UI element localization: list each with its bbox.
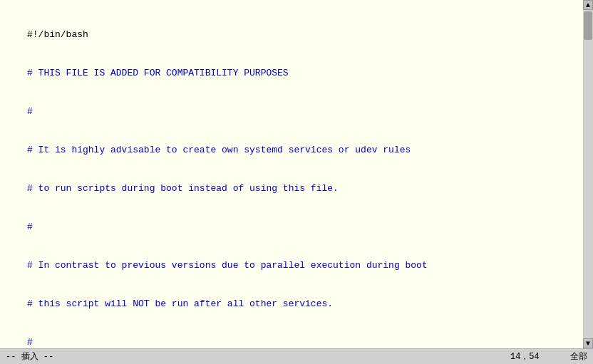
code-line-8: # this script will NOT be run after all … bbox=[27, 298, 577, 311]
code-line-4: # It is highly advisable to create own s… bbox=[27, 144, 577, 157]
cursor-position: 14，54 bbox=[510, 352, 540, 362]
code-line-1: #!/bin/bash bbox=[27, 28, 577, 41]
scrollbar[interactable]: ▲ ▼ bbox=[583, 0, 593, 348]
status-position: 14，54 全部 bbox=[393, 350, 587, 363]
line-numbers bbox=[0, 0, 21, 348]
editor-area: #!/bin/bash # THIS FILE IS ADDED FOR COM… bbox=[0, 0, 593, 348]
code-line-9: # bbox=[27, 336, 577, 348]
code-content[interactable]: #!/bin/bash # THIS FILE IS ADDED FOR COM… bbox=[21, 0, 583, 348]
status-mode: -- 插入 -- bbox=[6, 350, 200, 363]
code-line-3: # bbox=[27, 105, 577, 118]
code-line-6: # bbox=[27, 221, 577, 234]
code-line-7: # In contrast to previous versions due t… bbox=[27, 259, 577, 272]
scrollbar-arrow-up[interactable]: ▲ bbox=[583, 0, 593, 10]
code-line-5: # to run scripts during boot instead of … bbox=[27, 182, 577, 195]
file-position-total: 全部 bbox=[570, 352, 587, 362]
scrollbar-thumb[interactable] bbox=[584, 11, 592, 40]
status-bar: -- 插入 -- 14，54 全部 bbox=[0, 348, 593, 364]
scrollbar-arrow-down[interactable]: ▼ bbox=[583, 338, 593, 348]
code-line-2: # THIS FILE IS ADDED FOR COMPATIBILITY P… bbox=[27, 67, 577, 80]
